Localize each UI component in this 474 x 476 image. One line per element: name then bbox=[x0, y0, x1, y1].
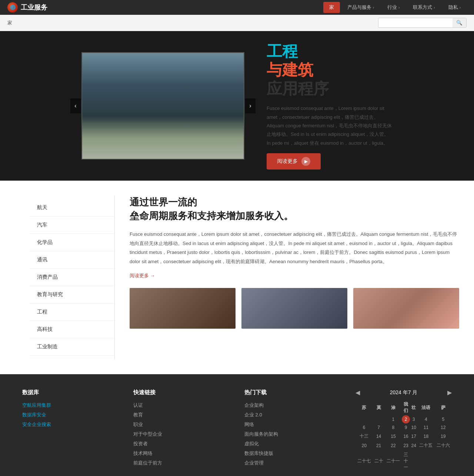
calendar-prev-button[interactable]: ◀ bbox=[356, 389, 360, 396]
cal-cell: 8 bbox=[385, 423, 402, 432]
cal-cell: 19 bbox=[435, 432, 452, 441]
footer-col-calendar: ◀ 2024 年7 月 ▶ 苏 莫 涂 我们 壮 法语 萨 bbox=[356, 389, 452, 476]
footer-col-db: 数据库 空航应用集群 数据库安全 安全企业搜索 bbox=[22, 389, 118, 476]
cal-cell: 1 bbox=[385, 415, 402, 423]
read-more-button[interactable]: 阅读更多 ▶ bbox=[267, 153, 321, 170]
hero-title: 工程 与建筑 应用程序 bbox=[267, 42, 393, 98]
cal-cell: 二十七 bbox=[356, 450, 373, 472]
cal-header-0: 苏 bbox=[356, 400, 373, 415]
image-row bbox=[130, 288, 459, 329]
cal-row-4: 20 21 22 23 24 二十五 二十六 bbox=[356, 441, 452, 450]
read-more-link[interactable]: 阅读更多 → bbox=[130, 272, 155, 279]
cal-header-4: 壮 bbox=[410, 400, 417, 415]
cal-cell: 17 bbox=[410, 432, 417, 441]
logo-icon: 🌐 bbox=[7, 2, 18, 13]
cal-row-5: 二十七 二十 二十一 三十一 bbox=[356, 450, 452, 472]
footer-quick-5[interactable]: 技术网络 bbox=[133, 450, 230, 457]
hero-image-inner bbox=[82, 53, 244, 159]
cal-cell: 4 bbox=[417, 415, 434, 423]
footer-link-db-2[interactable]: 安全企业搜索 bbox=[22, 421, 118, 428]
cal-cell bbox=[356, 415, 373, 423]
sidebar-item-industrial[interactable]: 工业制造 bbox=[30, 338, 114, 356]
footer-hot-6[interactable]: 企业管理 bbox=[244, 460, 341, 466]
footer-link-db-0[interactable]: 空航应用集群 bbox=[22, 402, 118, 409]
cal-cell: 二十六 bbox=[435, 441, 452, 450]
hero-image bbox=[81, 52, 244, 160]
hero-slider: ‹ › bbox=[81, 52, 244, 160]
footer-quick-6[interactable]: 前庭位于前方 bbox=[133, 460, 230, 466]
footer-hot-4[interactable]: 虚拟化 bbox=[244, 440, 341, 447]
hero-title-line2: 与建筑 bbox=[267, 61, 393, 79]
cal-cell: 20 bbox=[356, 441, 373, 450]
cal-cell: 二十五 bbox=[417, 441, 434, 450]
top-navigation: 🌐 工业服务 家 产品与服务 › 行业 › 联系方式 › 隐私 › bbox=[0, 0, 474, 15]
chevron-icon: › bbox=[434, 6, 435, 10]
cal-cell: 15 bbox=[385, 432, 402, 441]
cal-cell bbox=[410, 450, 417, 472]
footer-quick-2[interactable]: 职业 bbox=[133, 421, 230, 428]
footer-hot-1[interactable]: 企业 2.0 bbox=[244, 412, 341, 418]
nav-item-contact[interactable]: 联系方式 › bbox=[407, 2, 441, 13]
sidebar-item-auto[interactable]: 汽车 bbox=[30, 217, 114, 234]
sidebar-item-education[interactable]: 教育与研究 bbox=[30, 286, 114, 304]
footer-hot-2[interactable]: 网络 bbox=[244, 421, 341, 428]
cal-row-2: 6 7 8 9 10 11 12 bbox=[356, 423, 452, 432]
hero-title-line1: 工程 bbox=[267, 42, 393, 61]
cal-cell: 23 bbox=[402, 441, 410, 450]
slider-prev-button[interactable]: ‹ bbox=[70, 98, 81, 113]
footer-hot-title: 热门下载 bbox=[244, 389, 341, 396]
cal-cell: 6 bbox=[356, 423, 373, 432]
sidebar-item-aerospace[interactable]: 航天 bbox=[30, 199, 114, 217]
sidebar-item-hitech[interactable]: 高科技 bbox=[30, 321, 114, 338]
footer-quick-3[interactable]: 对于中型企业 bbox=[133, 431, 230, 438]
nav-item-privacy[interactable]: 隐私 › bbox=[443, 2, 467, 13]
cal-cell: 二十 bbox=[373, 450, 384, 472]
chevron-icon: › bbox=[373, 6, 374, 10]
footer-hot-0[interactable]: 企业架构 bbox=[244, 402, 341, 409]
sidebar-item-chemical[interactable]: 化学品 bbox=[30, 234, 114, 251]
cal-cell: 24 bbox=[410, 441, 417, 450]
cal-header-3: 我们 bbox=[402, 400, 410, 415]
cal-cell: 21 bbox=[373, 441, 384, 450]
cal-cell-today: 2 bbox=[402, 415, 410, 423]
nav-item-industry[interactable]: 行业 › bbox=[381, 2, 405, 13]
footer-quick-4[interactable]: 投资者 bbox=[133, 440, 230, 447]
image-thumb-2 bbox=[241, 288, 347, 329]
footer-hot-5[interactable]: 数据库快捷版 bbox=[244, 450, 341, 457]
cal-cell: 二十一 bbox=[385, 450, 402, 472]
section-title: 通过世界一流的垒命周期服务和支持来增加服务收入。 bbox=[130, 195, 459, 222]
cal-cell bbox=[435, 450, 452, 472]
cal-cell: 3 bbox=[410, 415, 417, 423]
hero-title-line3: 应用程序 bbox=[267, 80, 393, 98]
nav-item-products[interactable]: 产品与服务 › bbox=[341, 2, 380, 13]
search-input[interactable] bbox=[378, 19, 453, 27]
chevron-icon: › bbox=[398, 6, 400, 10]
hero-text: 工程 与建筑 应用程序 Fusce euismod consequat ante… bbox=[267, 42, 393, 170]
footer-link-db-1[interactable]: 数据库安全 bbox=[22, 412, 118, 418]
cal-row-3: 十三 14 15 16 17 18 19 bbox=[356, 432, 452, 441]
logo: 🌐 工业服务 bbox=[7, 2, 47, 13]
hero-description: Fusce euismod consequat ante，Lorem ipsum… bbox=[267, 104, 393, 147]
cal-cell: 三十一 bbox=[402, 450, 410, 472]
middle-section: 航天 汽车 化学品 通讯 消费产品 教育与研究 工程 高科技 工业制造 通过世界… bbox=[0, 181, 474, 374]
search-button[interactable]: 🔍 bbox=[453, 18, 466, 27]
chevron-icon: › bbox=[460, 6, 461, 10]
cal-cell: 12 bbox=[435, 423, 452, 432]
footer-hot-3[interactable]: 面向服务的架构 bbox=[244, 431, 341, 438]
cal-cell: 5 bbox=[435, 415, 452, 423]
footer-col-hot: 热门下载 企业架构 企业 2.0 网络 面向服务的架构 虚拟化 数据库快捷版 企… bbox=[244, 389, 341, 476]
logo-text: 工业服务 bbox=[21, 3, 47, 12]
cal-header-2: 涂 bbox=[385, 400, 402, 415]
cal-header-6: 萨 bbox=[435, 400, 452, 415]
slider-next-button[interactable]: › bbox=[245, 98, 256, 113]
nav-item-home[interactable]: 家 bbox=[323, 2, 340, 13]
footer-quick-1[interactable]: 教育 bbox=[133, 412, 230, 418]
cal-cell: 22 bbox=[385, 441, 402, 450]
calendar-next-button[interactable]: ▶ bbox=[447, 389, 452, 396]
calendar-header: ◀ 2024 年7 月 ▶ bbox=[356, 389, 452, 396]
sidebar-item-engineering[interactable]: 工程 bbox=[30, 304, 114, 321]
sidebar-item-consumer[interactable]: 消费产品 bbox=[30, 269, 114, 286]
footer-quick-0[interactable]: 认证 bbox=[133, 402, 230, 409]
sidebar-item-comms[interactable]: 通讯 bbox=[30, 251, 114, 269]
breadcrumb-bar: 家 🔍 bbox=[0, 15, 474, 31]
